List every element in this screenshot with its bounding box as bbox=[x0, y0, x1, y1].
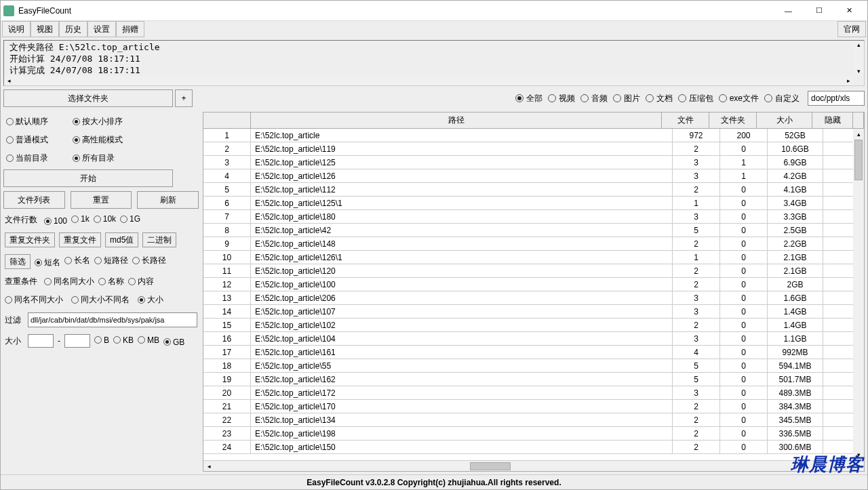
unit-B[interactable]: B bbox=[94, 335, 109, 345]
maximize-button[interactable]: ☐ bbox=[804, 1, 834, 20]
radio-scope-current[interactable]: 当前目录 bbox=[6, 152, 48, 164]
type-filter-全部[interactable]: 全部 bbox=[515, 93, 542, 104]
type-filter-自定义[interactable]: 自定义 bbox=[764, 93, 800, 104]
table-row[interactable]: 24E:\52lc.top_article\15020300.6MB bbox=[203, 441, 864, 454]
table-row[interactable]: 22E:\52lc.top_article\13420345.5MB bbox=[203, 413, 864, 427]
refresh-button[interactable]: 刷新 bbox=[137, 191, 199, 209]
status-bar: EasyFileCount v3.0.2.8 Copyright(c) zhuj… bbox=[1, 474, 867, 489]
filter-ext-input[interactable] bbox=[28, 312, 197, 327]
table-row[interactable]: 2E:\52lc.top_article\1192010.6GB bbox=[203, 142, 864, 156]
size-to-input[interactable] bbox=[64, 334, 90, 348]
pathlen-3[interactable]: 长路径 bbox=[132, 255, 166, 266]
menu-2[interactable]: 历史 bbox=[59, 21, 87, 37]
dup-btn-2[interactable]: md5值 bbox=[105, 232, 138, 247]
menu-website[interactable]: 官网 bbox=[837, 21, 866, 37]
rowcount-label: 文件行数 bbox=[5, 214, 37, 226]
result-table: 路径 文件 文件夹 大小 隐藏 1E:\52lc.top_article9722… bbox=[203, 112, 865, 472]
rowcount-100[interactable]: 100 bbox=[44, 216, 67, 226]
pathlen-1[interactable]: 长名 bbox=[64, 255, 90, 266]
type-filter-视频[interactable]: 视频 bbox=[548, 93, 575, 104]
radio-mode-highperf[interactable]: 高性能模式 bbox=[73, 134, 123, 146]
dupcond-同名同大小[interactable]: 同名同大小 bbox=[44, 276, 94, 287]
select-folder-button[interactable]: 选择文件夹 bbox=[3, 89, 173, 107]
menu-0[interactable]: 说明 bbox=[2, 21, 31, 37]
pathlen-0[interactable]: 短名 bbox=[35, 257, 60, 268]
table-vscroll[interactable]: ▴▾ bbox=[853, 129, 864, 460]
table-row[interactable]: 12E:\52lc.top_article\100202GB bbox=[203, 278, 864, 291]
menu-3[interactable]: 设置 bbox=[87, 21, 116, 37]
table-row[interactable]: 21E:\52lc.top_article\17020384.3MB bbox=[203, 400, 864, 413]
table-row[interactable]: 4E:\52lc.top_article\126314.2GB bbox=[203, 169, 864, 183]
table-row[interactable]: 19E:\52lc.top_article\16250501.7MB bbox=[203, 373, 864, 386]
minimize-button[interactable]: — bbox=[773, 1, 804, 20]
radio-sort-default[interactable]: 默认顺序 bbox=[6, 116, 48, 127]
dup-btn-3[interactable]: 二进制 bbox=[142, 232, 176, 247]
window-title: EasyFileCount bbox=[18, 6, 71, 16]
type-filter-压缩包[interactable]: 压缩包 bbox=[678, 93, 713, 104]
rowcount-1k[interactable]: 1k bbox=[71, 214, 90, 224]
type-filter-音频[interactable]: 音频 bbox=[580, 93, 608, 104]
table-row[interactable]: 11E:\52lc.top_article\120202.1GB bbox=[203, 264, 864, 278]
table-row[interactable]: 3E:\52lc.top_article\125316.9GB bbox=[203, 156, 864, 169]
close-button[interactable]: ✕ bbox=[834, 1, 865, 20]
table-row[interactable]: 9E:\52lc.top_article\148202.2GB bbox=[203, 237, 864, 251]
dupcond-内容[interactable]: 内容 bbox=[128, 276, 154, 287]
dupcond-同名不同大小[interactable]: 同名不同大小 bbox=[5, 294, 63, 306]
custom-filter-input[interactable] bbox=[808, 91, 865, 106]
th-files[interactable]: 文件 bbox=[662, 113, 709, 128]
table-row[interactable]: 7E:\52lc.top_article\180303.3GB bbox=[203, 210, 864, 224]
app-icon bbox=[3, 5, 14, 16]
size-label: 大小 bbox=[5, 335, 21, 347]
th-hide[interactable]: 隐藏 bbox=[812, 113, 853, 128]
radio-sort-size[interactable]: 按大小排序 bbox=[73, 116, 123, 127]
size-from-input[interactable] bbox=[28, 334, 54, 348]
rowcount-1G[interactable]: 1G bbox=[120, 214, 140, 224]
type-filter-exe文件[interactable]: exe文件 bbox=[719, 93, 759, 104]
dupcond-同大小不同名[interactable]: 同大小不同名 bbox=[71, 294, 130, 306]
table-row[interactable]: 8E:\52lc.top_article\42502.5GB bbox=[203, 224, 864, 237]
table-row[interactable]: 16E:\52lc.top_article\104301.1GB bbox=[203, 332, 864, 346]
table-row[interactable]: 14E:\52lc.top_article\107301.4GB bbox=[203, 305, 864, 319]
table-row[interactable]: 15E:\52lc.top_article\102201.4GB bbox=[203, 319, 864, 332]
dup-btn-1[interactable]: 重复文件 bbox=[59, 232, 101, 247]
start-button[interactable]: 开始 bbox=[3, 169, 173, 187]
th-index[interactable] bbox=[203, 113, 251, 128]
dupcond-大小[interactable]: 大小 bbox=[138, 294, 163, 306]
table-row[interactable]: 18E:\52lc.top_article\5550594.1MB bbox=[203, 359, 864, 373]
radio-scope-all[interactable]: 所有目录 bbox=[73, 152, 115, 164]
unit-KB[interactable]: KB bbox=[113, 335, 134, 345]
menu-4[interactable]: 捐赠 bbox=[116, 21, 144, 37]
table-row[interactable]: 5E:\52lc.top_article\112204.1GB bbox=[203, 183, 864, 197]
file-list-button[interactable]: 文件列表 bbox=[3, 191, 65, 209]
log-hscroll[interactable]: ◂▸ bbox=[4, 76, 853, 85]
unit-GB[interactable]: GB bbox=[163, 338, 184, 347]
filter-button[interactable]: 筛选 bbox=[5, 254, 31, 269]
th-folders[interactable]: 文件夹 bbox=[709, 113, 757, 128]
table-row[interactable]: 13E:\52lc.top_article\206301.6GB bbox=[203, 291, 864, 305]
unit-MB[interactable]: MB bbox=[138, 335, 159, 345]
pathlen-2[interactable]: 短路径 bbox=[94, 255, 128, 266]
type-filter-图片[interactable]: 图片 bbox=[613, 93, 640, 104]
dupcond-名称[interactable]: 名称 bbox=[98, 276, 124, 287]
table-row[interactable]: 20E:\52lc.top_article\17230489.3MB bbox=[203, 386, 864, 400]
add-folder-button[interactable]: + bbox=[175, 89, 193, 107]
filter-label: 过滤 bbox=[5, 314, 21, 326]
dup-btn-0[interactable]: 重复文件夹 bbox=[5, 232, 55, 247]
table-row[interactable]: 23E:\52lc.top_article\19820336.5MB bbox=[203, 427, 864, 441]
table-row[interactable]: 10E:\52lc.top_article\126\1102.1GB bbox=[203, 251, 864, 264]
dupcond-label: 查重条件 bbox=[5, 276, 37, 287]
table-row[interactable]: 1E:\52lc.top_article97220052GB bbox=[203, 129, 864, 142]
reset-button[interactable]: 重置 bbox=[71, 191, 132, 209]
log-vscroll[interactable]: ▴▾ bbox=[853, 41, 864, 76]
table-row[interactable]: 17E:\52lc.top_article\16140992MB bbox=[203, 346, 864, 359]
th-size[interactable]: 大小 bbox=[757, 113, 812, 128]
table-hscroll[interactable]: ◂▸ bbox=[203, 460, 864, 471]
left-panel: 默认顺序 按大小排序 普通模式 高性能模式 当前目录 所有目录 开始 文件列表 … bbox=[3, 112, 199, 472]
rowcount-10k[interactable]: 10k bbox=[94, 214, 116, 224]
th-path[interactable]: 路径 bbox=[251, 113, 662, 128]
radio-mode-normal[interactable]: 普通模式 bbox=[6, 134, 48, 146]
th-scrollbar-spacer bbox=[853, 113, 864, 128]
menu-1[interactable]: 视图 bbox=[31, 21, 59, 37]
table-row[interactable]: 6E:\52lc.top_article\125\1103.4GB bbox=[203, 197, 864, 210]
type-filter-文档[interactable]: 文档 bbox=[646, 93, 673, 104]
